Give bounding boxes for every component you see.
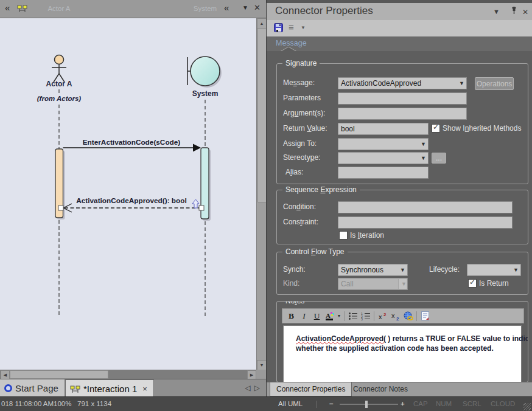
operations-button[interactable]: Operations <box>475 77 514 90</box>
scroll-up-icon[interactable]: ▲ <box>257 18 267 29</box>
chevron-down-icon[interactable]: ▼ <box>459 78 464 89</box>
tab-close-icon[interactable]: × <box>142 384 147 393</box>
show-inherited-checkbox[interactable] <box>432 124 440 133</box>
pin-icon[interactable] <box>511 6 517 16</box>
toolbar-dropdown-icon[interactable]: ▼ <box>301 25 306 30</box>
tab-message[interactable]: Message <box>276 39 307 47</box>
start-page-icon <box>4 384 12 392</box>
stereotype-browse-button[interactable]: ... <box>432 153 446 164</box>
scroll-left-icon[interactable]: ◀ <box>1 370 10 379</box>
tab-start-page[interactable]: Start Page <box>0 379 65 397</box>
resize-grip-icon[interactable] <box>523 403 531 410</box>
properties-form: Signature Message: ActivationCodeApprove… <box>267 51 532 382</box>
tab-interaction-1[interactable]: *Interaction 1 × <box>65 379 154 397</box>
underline-icon[interactable]: U <box>310 309 323 322</box>
status-perspective[interactable]: All UML <box>278 400 303 407</box>
chevron-down-icon[interactable]: ▼ <box>421 153 426 164</box>
show-inherited-label[interactable]: Show Inherited Methods <box>443 124 521 133</box>
message-return-label[interactable]: ActivationCodeApproved(): bool <box>76 196 187 205</box>
control-flow-group: Control Flow Type Synch: Synchronous ▼ L… <box>276 252 528 295</box>
notes-text-area[interactable]: ActivationCodeApproved( ) returns a TRUE… <box>283 325 522 382</box>
notes-document-icon[interactable] <box>419 309 432 322</box>
is-return-checkbox[interactable] <box>468 279 477 288</box>
window-menu-icon[interactable]: ▼ <box>242 4 248 11</box>
alias-input[interactable] <box>338 167 429 179</box>
subscript-icon[interactable]: x2 <box>389 309 402 322</box>
notes-format-toolbar: B I U A ▼ 123 x2 <box>282 308 524 323</box>
hyperlink-icon[interactable] <box>402 309 415 322</box>
status-scroll-lock: SCRL <box>463 400 481 407</box>
superscript-icon[interactable]: x2 <box>376 309 389 322</box>
message-combobox[interactable]: ActivationCodeApproved ▼ <box>338 77 467 89</box>
bullet-list-icon[interactable] <box>346 309 359 322</box>
vertical-scroll-thumb[interactable] <box>257 28 267 202</box>
parameters-input[interactable] <box>338 92 467 105</box>
numbered-list-icon[interactable]: 123 <box>359 309 372 322</box>
lifecycle-combobox[interactable]: ▼ <box>467 264 521 276</box>
font-color-dropdown-icon[interactable]: ▼ <box>336 309 342 322</box>
tab-scroll-arrows[interactable]: ◁▷ <box>245 384 264 392</box>
horizontal-scroll-thumb[interactable] <box>10 370 108 379</box>
message-return-arrow[interactable] <box>63 204 201 212</box>
chevron-down-icon[interactable]: ▼ <box>400 264 405 275</box>
bold-icon[interactable]: B <box>285 309 298 322</box>
panel-toolbar: ≡ ▼ <box>267 20 532 37</box>
lifeline-header-actor: Actor A <box>35 5 83 12</box>
zoom-in-icon[interactable]: + <box>401 400 405 407</box>
system-boundary[interactable] <box>187 57 220 86</box>
panel-menu-icon[interactable]: ▼ <box>493 8 500 15</box>
status-zoom: 100% <box>54 400 71 407</box>
chevron-down-icon[interactable]: ▼ <box>421 139 426 150</box>
svg-text:x: x <box>379 313 382 320</box>
is-iteration-label[interactable]: Is Iteration <box>350 231 384 240</box>
selection-handle-left[interactable] <box>58 206 63 210</box>
panel-titlebar: Connector Properties ▼ ✕ <box>267 3 532 20</box>
status-timestamp: 018 11:08:00 AM <box>1 400 54 407</box>
move-up-arrow-icon[interactable] <box>192 199 199 208</box>
stereotype-combobox[interactable]: ▼ <box>338 152 429 164</box>
panel-close-icon[interactable]: ✕ <box>522 8 528 16</box>
tab-connector-notes[interactable]: Connector Notes <box>347 382 414 396</box>
is-return-label[interactable]: Is Return <box>479 279 509 288</box>
horizontal-scrollbar[interactable]: ◀ ▶ <box>0 370 256 379</box>
return-value-input[interactable]: bool <box>338 123 429 135</box>
stereotype-label: Stereotype: <box>283 153 320 162</box>
collapse-right-icon[interactable]: « <box>224 2 229 13</box>
message-call-label[interactable]: EnterActivationCode(sCode) <box>83 138 181 147</box>
chevron-down-icon[interactable]: ▼ <box>513 264 519 275</box>
selection-handle-right[interactable] <box>199 206 204 210</box>
condition-input[interactable] <box>338 201 513 213</box>
vertical-scrollbar[interactable]: ▲ ▼ <box>256 18 267 370</box>
is-iteration-checkbox[interactable] <box>339 231 348 240</box>
diagram-canvas[interactable]: Actor A (from Actors) System EnterActiva… <box>0 18 256 370</box>
synch-combobox[interactable]: Synchronous ▼ <box>338 264 408 276</box>
constraint-input[interactable] <box>338 216 513 229</box>
assign-to-combobox[interactable]: ▼ <box>338 138 429 150</box>
actor-figure[interactable] <box>52 55 66 83</box>
return-value-label: Return Value: <box>283 124 327 133</box>
collapse-left-icon[interactable]: « <box>5 2 10 13</box>
actor-from-label: (from Actors) <box>37 95 82 102</box>
font-color-icon[interactable]: A <box>323 309 336 322</box>
system-name-label: System <box>192 89 219 98</box>
hamburger-menu-icon[interactable]: ≡ <box>289 22 294 32</box>
close-diagram-icon[interactable]: ✕ <box>254 3 261 12</box>
chevron-down-icon: ▼ <box>398 279 407 289</box>
zoom-out-icon[interactable]: − <box>329 400 334 407</box>
scroll-right-icon[interactable]: ▶ <box>247 370 256 379</box>
message-value: ActivationCodeApproved <box>341 79 421 88</box>
save-icon[interactable] <box>274 23 283 34</box>
zoom-slider-track[interactable] <box>340 404 398 405</box>
italic-icon[interactable]: I <box>298 309 310 322</box>
status-num-lock: NUM <box>436 400 452 407</box>
scroll-down-icon[interactable]: ▼ <box>257 360 267 370</box>
tab-connector-properties[interactable]: Connector Properties <box>270 382 352 396</box>
kind-value: Call <box>341 280 354 288</box>
kind-label: Kind: <box>283 279 299 288</box>
tab-start-page-label: Start Page <box>15 383 58 393</box>
arguments-input[interactable] <box>338 108 467 120</box>
assign-to-label: Assign To: <box>283 139 317 148</box>
zoom-slider-thumb[interactable] <box>365 401 368 408</box>
signature-group: Signature Message: ActivationCodeApprove… <box>276 63 528 184</box>
status-cloud: CLOUD <box>491 400 515 407</box>
